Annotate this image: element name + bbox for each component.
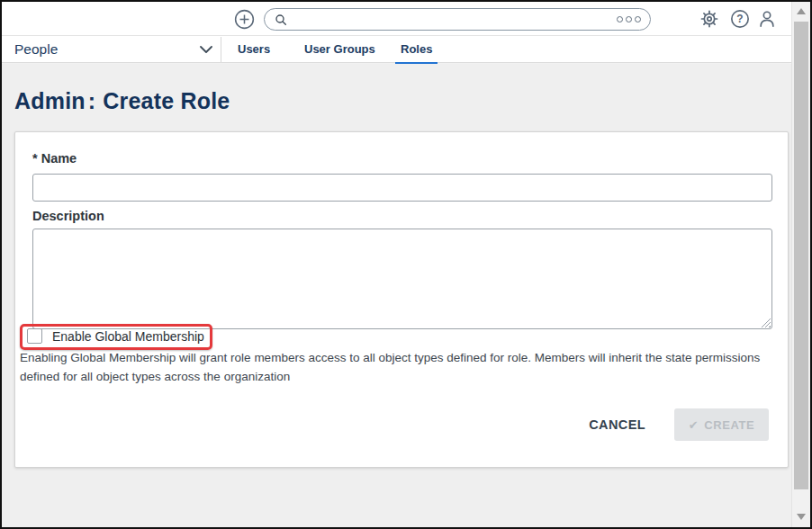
page-title-separator: : (88, 88, 96, 113)
settings-button[interactable] (699, 9, 719, 29)
nav-divider (221, 37, 221, 62)
name-label: *Name (32, 151, 77, 166)
plus-circle-icon (234, 9, 255, 30)
scroll-down-arrow[interactable] (797, 514, 806, 520)
module-selector-label: People (14, 36, 58, 62)
name-input[interactable] (32, 174, 772, 202)
question-circle-icon: ? (730, 9, 750, 29)
top-bar: ? (2, 2, 791, 36)
tab-users[interactable]: Users (232, 36, 275, 62)
svg-text:?: ? (736, 13, 743, 25)
tab-user-groups[interactable]: User Groups (299, 36, 381, 62)
content-area: Admin:Create Role *Name Description Enab… (2, 64, 791, 527)
app-window: ? People Users User Groups Roles Admin:C… (0, 0, 812, 529)
search-icon (274, 13, 288, 27)
chevron-down-icon (200, 46, 212, 54)
module-selector-dropdown[interactable]: People (2, 36, 221, 62)
search-overflow-icon[interactable] (617, 16, 641, 22)
cancel-button[interactable]: CANCEL (589, 417, 645, 432)
page-title: Admin:Create Role (14, 88, 230, 114)
scrollbar-thumb[interactable] (794, 22, 808, 489)
profile-button[interactable] (757, 9, 777, 29)
page-title-prefix: Admin (14, 88, 86, 113)
create-button[interactable]: ✔ CREATE (674, 408, 769, 441)
module-nav: People Users User Groups Roles (2, 36, 791, 63)
create-role-card: *Name Description Enable Global Membersh… (14, 131, 789, 468)
helper-text: Enabling Global Membership will grant ro… (20, 348, 776, 386)
form-actions: CANCEL ✔ CREATE (589, 408, 769, 441)
required-asterisk: * (32, 151, 38, 166)
global-membership-label[interactable]: Enable Global Membership (52, 329, 204, 344)
scroll-up-arrow[interactable] (797, 8, 806, 14)
gear-icon (699, 9, 719, 29)
vertical-scrollbar[interactable] (791, 2, 810, 527)
check-icon: ✔ (689, 419, 699, 431)
person-icon (757, 9, 777, 29)
global-membership-checkbox[interactable] (27, 328, 42, 344)
tab-roles[interactable]: Roles (395, 36, 438, 62)
add-button[interactable] (234, 9, 255, 30)
help-button[interactable]: ? (730, 9, 750, 29)
create-button-label: CREATE (704, 418, 754, 432)
description-textarea[interactable] (32, 229, 772, 329)
description-label: Description (32, 209, 104, 223)
global-search[interactable] (264, 8, 651, 31)
search-input[interactable] (293, 13, 617, 26)
page-title-text: Create Role (103, 88, 230, 113)
